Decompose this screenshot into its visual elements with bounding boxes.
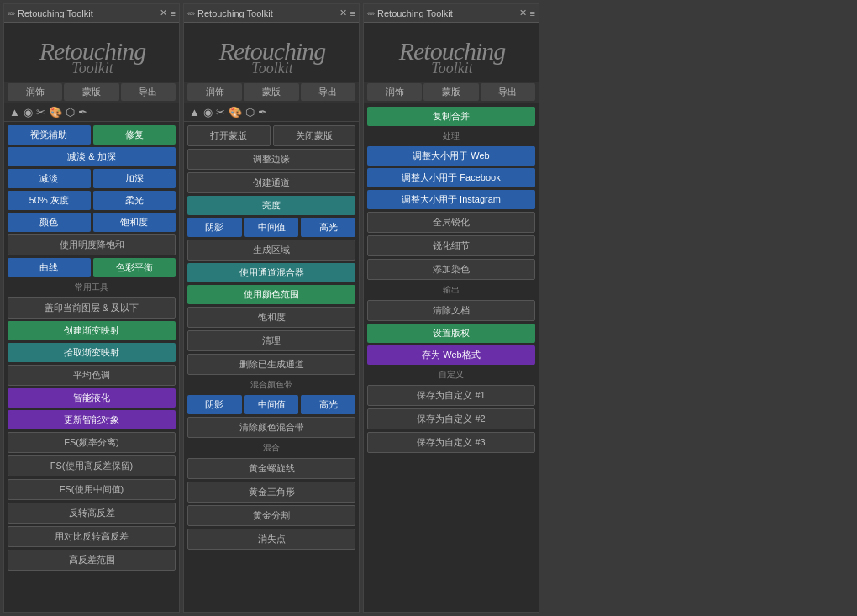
btn-12-1[interactable]: 中间值 [244,395,299,414]
btn-0[interactable]: 复制合并 [367,107,535,126]
tab-导出[interactable]: 导出 [481,83,535,101]
magnify-icon[interactable]: ◉ [24,106,33,118]
btn-8[interactable]: 饱和度 [187,307,355,328]
collapse-arrows[interactable]: «» [187,9,194,18]
btn-11[interactable]: 存为 Web格式 [367,345,535,365]
btn-3-1[interactable]: 柔光 [93,191,176,210]
btn-16[interactable]: FS(使用中间值) [8,479,176,500]
tab-蒙版[interactable]: 蒙版 [64,83,118,101]
btn-12-0[interactable]: 阴影 [187,395,242,414]
menu-icon[interactable]: ≡ [530,8,535,18]
btn-3[interactable]: 调整大小用于 Facebook [367,168,535,187]
menu-icon[interactable]: ≡ [350,8,355,18]
btn-18[interactable]: 用对比反转高反差 [8,526,176,547]
ruler-icon[interactable]: ⬡ [66,106,75,118]
btn-1[interactable]: 减淡 & 加深 [8,147,176,166]
btn-10[interactable]: 删除已生成通道 [187,354,355,375]
magnify-icon[interactable]: ◉ [203,106,213,118]
btn-4-1[interactable]: 饱和度 [93,213,176,232]
panel-titlebar: «» Retouching Toolkit ✕ ≡ [184,4,359,23]
shoe-icon[interactable]: ▲ [189,106,200,118]
btn-6-1[interactable]: 色彩平衡 [93,258,176,277]
btn-5[interactable]: 使用明度降饱和 [8,234,176,255]
svg-text:Toolkit: Toolkit [71,60,113,76]
cut-icon[interactable]: ✂ [36,106,45,118]
btn-0-1[interactable]: 修复 [93,125,176,145]
btn-0-1[interactable]: 关闭蒙版 [273,125,356,146]
btn-2[interactable]: 创建通道 [187,172,355,193]
btn-15[interactable]: 保存为自定义 #3 [367,432,535,453]
pen-icon[interactable]: ✒ [78,106,87,118]
btn-6[interactable]: 使用通道混合器 [187,263,355,282]
panel-title: Retouching Toolkit [18,8,93,18]
paint-icon[interactable]: 🎨 [229,106,242,118]
ruler-icon[interactable]: ⬡ [245,106,255,118]
tab-导出[interactable]: 导出 [121,83,176,101]
btn-1[interactable]: 调整边缘 [187,149,355,170]
btn-9[interactable]: 清除文档 [367,300,535,321]
close-icon[interactable]: ✕ [339,8,347,18]
svg-text:Toolkit: Toolkit [431,60,473,76]
tab-bar: 润饰蒙版导出 [364,82,539,103]
btn-18[interactable]: 消失点 [187,529,355,550]
btn-7[interactable]: 添加染色 [367,259,535,280]
btn-17[interactable]: 反转高反差 [8,503,176,524]
btn-row-4: 阴影中间值高光 [187,218,355,237]
tab-bar: 润饰蒙版导出 [4,82,179,103]
tab-润饰[interactable]: 润饰 [8,83,62,101]
btn-12-2[interactable]: 高光 [301,395,355,414]
btn-9[interactable]: 创建渐变映射 [8,321,176,340]
btn-4-2[interactable]: 高光 [301,218,355,237]
btn-6-0[interactable]: 曲线 [8,258,91,277]
btn-5[interactable]: 生成区域 [187,240,355,261]
btn-11[interactable]: 平均色调 [8,365,176,386]
tab-蒙版[interactable]: 蒙版 [244,83,298,101]
tab-蒙版[interactable]: 蒙版 [423,83,478,101]
btn-0-0[interactable]: 打开蒙版 [187,125,271,146]
btn-9[interactable]: 清理 [187,330,355,351]
section-label-14: 混合 [187,440,355,455]
btn-4-0[interactable]: 颜色 [8,213,91,232]
btn-13[interactable]: 保存为自定义 #1 [367,385,535,406]
btn-3[interactable]: 亮度 [187,196,355,215]
btn-2-0[interactable]: 减淡 [8,169,91,188]
panel-content: 打开蒙版关闭蒙版调整边缘创建通道亮度阴影中间值高光生成区域使用通道混合器使用颜色… [184,122,359,612]
tab-导出[interactable]: 导出 [301,83,355,101]
btn-4-0[interactable]: 阴影 [187,218,242,237]
btn-4[interactable]: 调整大小用于 Instagram [367,190,535,209]
btn-13[interactable]: 更新智能对象 [8,410,176,429]
btn-16[interactable]: 黄金三角形 [187,482,355,503]
collapse-arrows[interactable]: «» [8,9,14,18]
btn-2-1[interactable]: 加深 [93,169,176,188]
btn-19[interactable]: 高反差范围 [8,550,176,571]
btn-3-0[interactable]: 50% 灰度 [8,191,91,210]
panel-panel1: «» Retouching Toolkit ✕ ≡ RetouchingTool… [3,3,180,613]
icon-bar: ▲◉✂🎨⬡✒ [184,103,359,122]
btn-2[interactable]: 调整大小用于 Web [367,146,535,166]
btn-13[interactable]: 清除颜色混合带 [187,417,355,438]
btn-14[interactable]: 保存为自定义 #2 [367,408,535,429]
paint-icon[interactable]: 🎨 [49,106,62,118]
close-icon[interactable]: ✕ [160,8,167,18]
btn-10[interactable]: 设置版权 [367,324,535,343]
btn-10[interactable]: 拾取渐变映射 [8,343,176,362]
btn-7[interactable]: 使用颜色范围 [187,285,355,304]
btn-14[interactable]: FS(频率分离) [8,432,176,453]
btn-0-0[interactable]: 视觉辅助 [8,125,91,145]
btn-8[interactable]: 盖印当前图层 & 及以下 [8,297,176,319]
tab-润饰[interactable]: 润饰 [367,83,422,101]
btn-15[interactable]: FS(使用高反差保留) [8,455,176,476]
collapse-arrows[interactable]: «» [367,9,374,18]
btn-17[interactable]: 黄金分割 [187,505,355,526]
pen-icon[interactable]: ✒ [258,106,267,118]
btn-5[interactable]: 全局锐化 [367,212,535,233]
shoe-icon[interactable]: ▲ [9,106,20,118]
menu-icon[interactable]: ≡ [171,8,176,18]
btn-4-1[interactable]: 中间值 [244,218,299,237]
btn-6[interactable]: 锐化细节 [367,235,535,256]
tab-润饰[interactable]: 润饰 [187,83,242,101]
cut-icon[interactable]: ✂ [216,106,225,118]
btn-15[interactable]: 黄金螺旋线 [187,458,355,479]
btn-12[interactable]: 智能液化 [8,388,176,408]
close-icon[interactable]: ✕ [519,8,527,18]
